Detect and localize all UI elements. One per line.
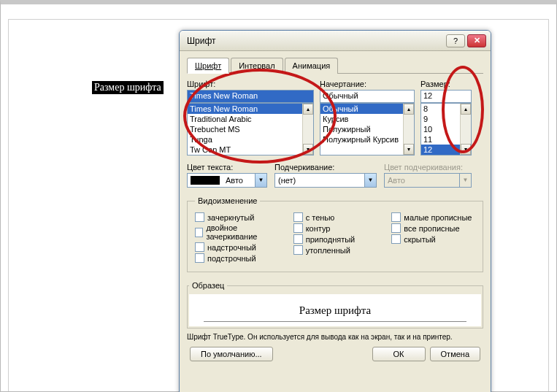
list-item[interactable]: Полужирный Курсив bbox=[320, 134, 414, 145]
preview-group: Образец Размер шрифта bbox=[187, 281, 483, 328]
underline-combo[interactable]: (нет) ▼ bbox=[274, 173, 377, 188]
checkbox-row[interactable]: приподнятый bbox=[293, 234, 377, 244]
chevron-down-icon[interactable]: ▼ bbox=[364, 174, 376, 187]
tabstrip: Шрифт Интервал Анимация bbox=[187, 57, 483, 74]
checkbox-icon bbox=[391, 212, 401, 222]
checkbox-icon bbox=[293, 245, 303, 255]
scroll-up-icon[interactable]: ▴ bbox=[303, 104, 313, 115]
default-button[interactable]: По умолчанию... bbox=[190, 347, 273, 361]
cancel-button[interactable]: Отмена bbox=[430, 347, 480, 361]
checkbox-icon bbox=[293, 223, 303, 233]
scrollbar[interactable]: ▴ ▾ bbox=[302, 104, 313, 155]
effects-group: Видоизменение зачеркнутый двойное зачерк… bbox=[187, 196, 483, 272]
size-label: Размер: bbox=[420, 80, 472, 88]
chevron-down-icon: ▼ bbox=[459, 174, 471, 187]
scrollbar[interactable]: ▴ ▾ bbox=[460, 104, 471, 155]
checkbox-row[interactable]: утопленный bbox=[293, 245, 377, 255]
font-input[interactable]: Times New Roman bbox=[187, 90, 314, 103]
underline-color-label: Цвет подчеркивания: bbox=[384, 163, 472, 172]
underline-label: Подчеркивание: bbox=[274, 163, 377, 172]
preview-legend: Образец bbox=[189, 281, 227, 290]
scrollbar[interactable]: ▴ ▾ bbox=[403, 104, 414, 155]
color-label: Цвет текста: bbox=[187, 163, 267, 172]
tab-spacing[interactable]: Интервал bbox=[231, 58, 283, 74]
checkbox-row[interactable]: малые прописные bbox=[391, 212, 475, 222]
scroll-down-icon[interactable]: ▾ bbox=[303, 144, 313, 155]
list-item[interactable]: Times New Roman bbox=[188, 104, 313, 114]
font-dialog: Шрифт ? ✕ Шрифт Интервал Анимация Шрифт:… bbox=[179, 30, 491, 392]
underline-color-combo: Авто ▼ bbox=[384, 173, 472, 188]
checkbox-row[interactable]: надстрочный bbox=[195, 242, 279, 252]
checkbox-row[interactable]: контур bbox=[293, 223, 377, 233]
titlebar[interactable]: Шрифт ? ✕ bbox=[180, 31, 491, 51]
scroll-up-icon[interactable]: ▴ bbox=[404, 104, 414, 115]
checkbox-row[interactable]: подстрочный bbox=[195, 253, 279, 263]
checkbox-icon bbox=[293, 212, 303, 222]
chevron-down-icon[interactable]: ▼ bbox=[255, 174, 266, 187]
size-listbox[interactable]: 8 9 10 11 12 ▴ ▾ bbox=[420, 103, 472, 155]
preview-box: Размер шрифта bbox=[189, 294, 481, 326]
checkbox-row[interactable]: скрытый bbox=[391, 234, 475, 244]
style-input[interactable]: Обычный bbox=[320, 90, 415, 103]
color-swatch-icon bbox=[191, 176, 220, 185]
size-input[interactable]: 12 bbox=[420, 90, 472, 103]
checkbox-icon bbox=[293, 234, 303, 244]
color-combo[interactable]: Авто ▼ bbox=[187, 173, 267, 188]
list-item[interactable]: Traditional Arabic bbox=[188, 114, 313, 124]
list-item[interactable]: Tunga bbox=[188, 134, 313, 145]
checkbox-icon bbox=[391, 223, 401, 233]
style-label: Начертание: bbox=[320, 80, 415, 88]
checkbox-icon bbox=[195, 253, 204, 263]
tab-font[interactable]: Шрифт bbox=[187, 58, 229, 74]
dialog-title: Шрифт bbox=[187, 36, 215, 46]
checkbox-row[interactable]: двойное зачеркивание bbox=[195, 223, 279, 241]
list-item[interactable]: Полужирный bbox=[320, 124, 414, 134]
checkbox-icon bbox=[391, 234, 401, 244]
font-listbox[interactable]: Times New Roman Traditional Arabic Trebu… bbox=[187, 103, 314, 155]
checkbox-icon bbox=[195, 242, 204, 252]
style-listbox[interactable]: Обычный Курсив Полужирный Полужирный Кур… bbox=[320, 103, 415, 155]
list-item[interactable]: Tw Cen MT bbox=[188, 145, 313, 155]
checkbox-icon bbox=[195, 212, 204, 222]
list-item[interactable]: Курсив bbox=[320, 114, 414, 124]
scroll-up-icon[interactable]: ▴ bbox=[461, 104, 471, 115]
scroll-down-icon[interactable]: ▾ bbox=[461, 144, 471, 155]
ok-button[interactable]: ОК bbox=[372, 347, 426, 361]
document-selected-text: Размер шрифта bbox=[92, 81, 164, 94]
font-hint: Шрифт TrueType. Он используется для выво… bbox=[187, 333, 483, 341]
scroll-down-icon[interactable]: ▾ bbox=[404, 144, 414, 155]
close-button[interactable]: ✕ bbox=[467, 34, 486, 47]
checkbox-icon bbox=[195, 228, 203, 237]
font-label: Шрифт: bbox=[187, 80, 314, 88]
preview-text: Размер шрифта bbox=[299, 304, 371, 317]
page: Размер шрифта Шрифт ? ✕ Шрифт Интервал А… bbox=[0, 0, 557, 392]
checkbox-row[interactable]: все прописные bbox=[391, 223, 475, 233]
effects-legend: Видоизменение bbox=[195, 196, 260, 205]
checkbox-row[interactable]: зачеркнутый bbox=[195, 212, 279, 222]
checkbox-row[interactable]: с тенью bbox=[293, 212, 377, 222]
help-button[interactable]: ? bbox=[446, 34, 465, 47]
list-item[interactable]: Обычный bbox=[320, 104, 414, 114]
list-item[interactable]: Trebuchet MS bbox=[188, 124, 313, 134]
tab-animation[interactable]: Анимация bbox=[285, 58, 339, 74]
